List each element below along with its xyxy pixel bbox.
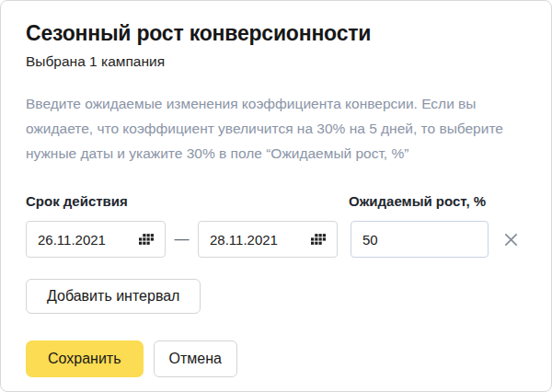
calendar-icon[interactable] [311,234,326,245]
date-from-field[interactable] [26,221,166,258]
description-text: Введите ожидаемые изменения коэффициента… [26,91,526,166]
add-interval-button[interactable]: Добавить интервал [26,279,201,314]
dialog-title: Сезонный рост конверсионности [26,20,526,46]
remove-interval-button[interactable] [500,229,521,249]
form-labels-row: Срок действия Ожидаемый рост, % [26,193,526,210]
expected-growth-input[interactable] [362,232,473,248]
seasonal-conversion-dialog: Сезонный рост конверсионности Выбрана 1 … [0,0,552,392]
date-to-field[interactable] [198,221,338,258]
dialog-actions: Сохранить Отмена [26,340,526,377]
date-to-input[interactable] [210,232,302,248]
cancel-button[interactable]: Отмена [154,340,237,377]
expected-growth-label: Ожидаемый рост, % [349,193,486,210]
date-from-input[interactable] [38,232,130,248]
expected-growth-field[interactable] [351,221,489,258]
description-line: ожидаете, что коэффициент увеличится на … [26,116,526,141]
date-range-separator: — [166,231,198,248]
x-icon [502,231,520,248]
interval-row: — [26,221,526,258]
calendar-icon[interactable] [139,234,154,245]
description-line: нужные даты и укажите 30% в поле “Ожидае… [26,141,526,166]
description-line: Введите ожидаемые изменения коэффициента… [26,91,526,116]
date-range-label: Срок действия [26,193,349,210]
save-button[interactable]: Сохранить [26,340,144,377]
campaign-count-subtitle: Выбрана 1 кампания [26,52,526,71]
